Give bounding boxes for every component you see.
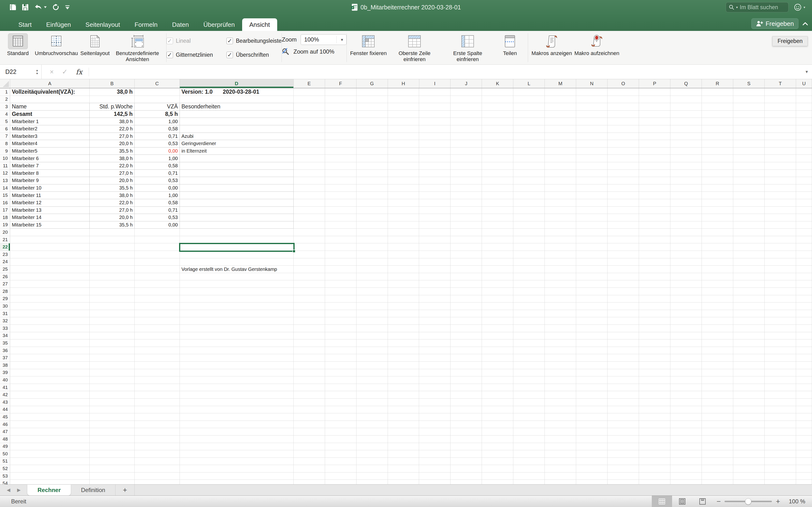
cell-O22[interactable] [608,243,639,251]
cell-J13[interactable] [451,177,482,184]
cell-Q48[interactable] [670,436,702,443]
cell-E48[interactable] [294,436,325,443]
cell-R45[interactable] [702,413,733,421]
cell-M34[interactable] [545,332,576,340]
cell-E31[interactable] [294,310,325,318]
cell-Q5[interactable] [670,118,702,125]
cell-F22[interactable] [325,243,356,251]
cell-H4[interactable] [388,111,419,118]
cell-P41[interactable] [639,384,670,391]
cell-O1[interactable] [608,89,639,96]
cell-O36[interactable] [608,347,639,354]
cell-A35[interactable] [10,339,90,347]
cell-G3[interactable] [356,103,388,111]
cell-C40[interactable] [135,376,180,384]
cell-Q16[interactable] [670,199,702,207]
cell-N3[interactable] [576,103,608,111]
column-header-L[interactable]: L [513,79,545,88]
cell-C18[interactable]: 0,53 [135,214,180,221]
cell-K53[interactable] [482,472,513,480]
cell-E20[interactable] [294,229,325,236]
cell-F53[interactable] [325,472,356,480]
cell-S10[interactable] [733,155,765,162]
cell-K10[interactable] [482,155,513,162]
cell-U18[interactable] [796,214,812,221]
cell-P26[interactable] [639,273,670,281]
cell-A39[interactable] [10,369,90,377]
cell-T11[interactable] [765,162,796,170]
cell-E17[interactable] [294,207,325,214]
cell-D50[interactable] [180,450,294,458]
cell-U10[interactable] [796,155,812,162]
cell-R6[interactable] [702,125,733,133]
cell-B5[interactable]: 38,0 h [90,118,135,125]
cell-P3[interactable] [639,103,670,111]
cell-I48[interactable] [419,436,451,443]
cell-K2[interactable] [482,96,513,103]
cell-A54[interactable] [10,480,90,484]
cell-B53[interactable] [90,472,135,480]
cell-G16[interactable] [356,199,388,207]
cell-A15[interactable]: Mitarbeiter 11 [10,192,90,199]
cell-L28[interactable] [513,288,545,295]
cell-N15[interactable] [576,192,608,199]
cell-I19[interactable] [419,221,451,229]
cell-A41[interactable] [10,384,90,391]
cell-Q8[interactable] [670,140,702,148]
cell-R33[interactable] [702,325,733,332]
cell-I18[interactable] [419,214,451,221]
cell-I54[interactable] [419,480,451,484]
cell-M3[interactable] [545,103,576,111]
cell-L7[interactable] [513,133,545,140]
cell-U44[interactable] [796,406,812,413]
cell-Q6[interactable] [670,125,702,133]
cell-D27[interactable] [180,280,294,288]
cell-R51[interactable] [702,458,733,465]
cell-J41[interactable] [451,384,482,391]
row-header-44[interactable]: 44 [0,406,10,413]
cell-F13[interactable] [325,177,356,184]
cell-T33[interactable] [765,325,796,332]
cell-G8[interactable] [356,140,388,148]
cell-I39[interactable] [419,369,451,377]
formula-input[interactable] [89,65,812,79]
cell-K30[interactable] [482,302,513,310]
cell-C30[interactable] [135,302,180,310]
cell-E35[interactable] [294,339,325,347]
cell-C38[interactable] [135,362,180,369]
cell-L47[interactable] [513,428,545,436]
cell-H3[interactable] [388,103,419,111]
cell-I5[interactable] [419,118,451,125]
cell-T32[interactable] [765,317,796,325]
cell-S16[interactable] [733,199,765,207]
cell-N2[interactable] [576,96,608,103]
cell-G6[interactable] [356,125,388,133]
cell-E38[interactable] [294,362,325,369]
cell-P23[interactable] [639,251,670,258]
cell-O52[interactable] [608,465,639,472]
cell-O25[interactable] [608,266,639,273]
cell-D7[interactable]: Azubi [180,133,294,140]
cell-M35[interactable] [545,339,576,347]
cell-O54[interactable] [608,480,639,484]
cell-S45[interactable] [733,413,765,421]
cell-Q12[interactable] [670,170,702,177]
cell-P40[interactable] [639,376,670,384]
cell-J12[interactable] [451,170,482,177]
cell-K26[interactable] [482,273,513,281]
cell-B28[interactable] [90,288,135,295]
cell-O2[interactable] [608,96,639,103]
cell-M19[interactable] [545,221,576,229]
cell-U1[interactable] [796,89,812,96]
freeze-first-column-button[interactable]: Erste Spalte einfrieren [442,33,493,62]
cell-S13[interactable] [733,177,765,184]
cell-A9[interactable]: Mitarbeiter5 [10,148,90,155]
column-header-D[interactable]: D [180,79,294,88]
cell-I42[interactable] [419,391,451,399]
cell-J28[interactable] [451,288,482,295]
cell-K11[interactable] [482,162,513,170]
cell-L2[interactable] [513,96,545,103]
cell-M36[interactable] [545,347,576,354]
cell-Q47[interactable] [670,428,702,436]
cell-G44[interactable] [356,406,388,413]
